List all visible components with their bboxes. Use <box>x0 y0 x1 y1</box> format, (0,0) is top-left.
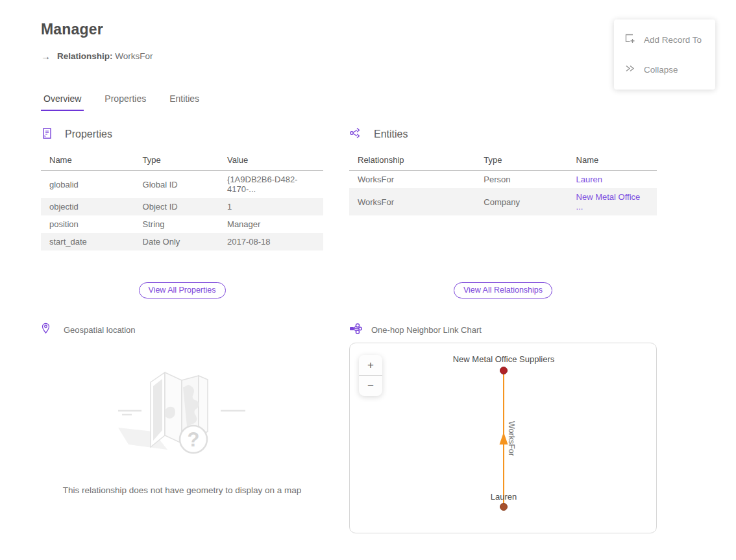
map-placeholder-illustration: ? <box>91 361 273 474</box>
tab-overview[interactable]: Overview <box>41 93 84 111</box>
column-header-name: Name <box>41 151 134 171</box>
column-header-type: Type <box>134 151 219 171</box>
link-chart-canvas[interactable]: WorksFor New Metal Office Suppliers Laur… <box>349 343 657 533</box>
section-title: Properties <box>65 128 112 140</box>
table-header-row: Relationship Type Name <box>349 151 657 171</box>
properties-header: Properties <box>41 127 323 141</box>
cell-value: 2017-08-18 <box>219 233 323 250</box>
map-pin-icon <box>41 323 51 337</box>
link-chart-header: One-hop Neighbor Link Chart <box>349 323 657 336</box>
view-all-properties-button[interactable]: View All Properties <box>139 282 226 298</box>
properties-table: Name Type Value globalid Global ID {1A9D… <box>41 151 323 250</box>
cell-name: start_date <box>41 233 134 250</box>
table-row: WorksFor Person Lauren <box>349 171 657 189</box>
table-header-row: Name Type Value <box>41 151 323 171</box>
relationship-breadcrumb: → Relationship: WorksFor <box>41 51 153 62</box>
tab-entities[interactable]: Entities <box>167 93 202 111</box>
entities-section: Entities Relationship Type Name WorksFor… <box>349 127 657 215</box>
cell-name: position <box>41 215 134 233</box>
cell-value: {1A9DB2B6-D482-4170-... <box>219 171 323 199</box>
menu-item-add-record-to[interactable]: Add Record To <box>614 25 715 55</box>
menu-item-label: Collapse <box>644 65 678 75</box>
column-header-name: Name <box>568 151 657 171</box>
zoom-out-button[interactable]: − <box>359 376 382 396</box>
entities-table: Relationship Type Name WorksFor Person L… <box>349 151 657 215</box>
table-row: WorksFor Company New Metal Office ... <box>349 188 657 215</box>
view-all-relationships-button[interactable]: View All Relationships <box>454 282 552 298</box>
menu-item-label: Add Record To <box>644 35 702 45</box>
menu-item-collapse[interactable]: Collapse <box>614 55 715 84</box>
node-company[interactable] <box>500 367 508 374</box>
right-arrow-icon: → <box>41 51 51 62</box>
cell-type: Person <box>475 171 567 189</box>
cell-type: Object ID <box>134 198 219 215</box>
cell-value: Manager <box>219 215 323 233</box>
no-geometry-message: This relationship does not have geometry… <box>41 485 323 495</box>
add-record-icon <box>624 33 635 46</box>
relationship-value: WorksFor <box>115 51 153 61</box>
entity-link[interactable]: New Metal Office ... <box>568 188 657 215</box>
cell-relationship: WorksFor <box>349 171 475 189</box>
column-header-relationship: Relationship <box>349 151 475 171</box>
cell-name: globalid <box>41 171 134 199</box>
column-header-value: Value <box>219 151 323 171</box>
context-menu: Add Record To Collapse <box>614 19 715 90</box>
section-title: One-hop Neighbor Link Chart <box>371 325 482 335</box>
cell-type: Global ID <box>134 171 219 199</box>
properties-section: Properties Name Type Value globalid Glob… <box>41 127 323 250</box>
link-chart-icon <box>349 323 362 337</box>
node-person[interactable] <box>500 504 508 511</box>
zoom-in-button[interactable]: + <box>359 355 382 375</box>
zoom-controls: + − <box>359 355 382 396</box>
tab-bar: Overview Properties Entities <box>41 93 202 111</box>
relationship-label: Relationship: <box>57 51 113 61</box>
edge-arrow-icon <box>500 432 508 444</box>
table-row: objectid Object ID 1 <box>41 198 323 215</box>
edge-label: WorksFor <box>507 421 516 456</box>
properties-icon <box>41 127 53 142</box>
node-label-company: New Metal Office Suppliers <box>453 354 555 364</box>
geospatial-header: Geospatial location <box>41 323 323 336</box>
question-mark-icon: ? <box>188 428 200 451</box>
tab-properties[interactable]: Properties <box>102 93 149 111</box>
collapse-icon <box>624 63 635 76</box>
entities-header: Entities <box>349 127 657 141</box>
cell-type: Date Only <box>134 233 219 250</box>
cell-relationship: WorksFor <box>349 188 475 215</box>
table-row: globalid Global ID {1A9DB2B6-D482-4170-.… <box>41 171 323 199</box>
table-row: position String Manager <box>41 215 323 233</box>
cell-value: 1 <box>219 198 323 215</box>
node-label-person: Lauren <box>491 492 517 502</box>
entity-link[interactable]: Lauren <box>568 171 657 189</box>
geospatial-section: Geospatial location <box>41 323 323 336</box>
cell-type: String <box>134 215 219 233</box>
cell-type: Company <box>475 188 567 215</box>
page-title: Manager <box>41 21 103 38</box>
relationship-text: Relationship: WorksFor <box>57 51 153 61</box>
table-row: start_date Date Only 2017-08-18 <box>41 233 323 250</box>
column-header-type: Type <box>475 151 567 171</box>
section-title: Geospatial location <box>64 325 136 335</box>
link-chart-section: One-hop Neighbor Link Chart <box>349 323 657 336</box>
cell-name: objectid <box>41 198 134 215</box>
entities-icon <box>349 127 362 142</box>
section-title: Entities <box>374 128 408 140</box>
